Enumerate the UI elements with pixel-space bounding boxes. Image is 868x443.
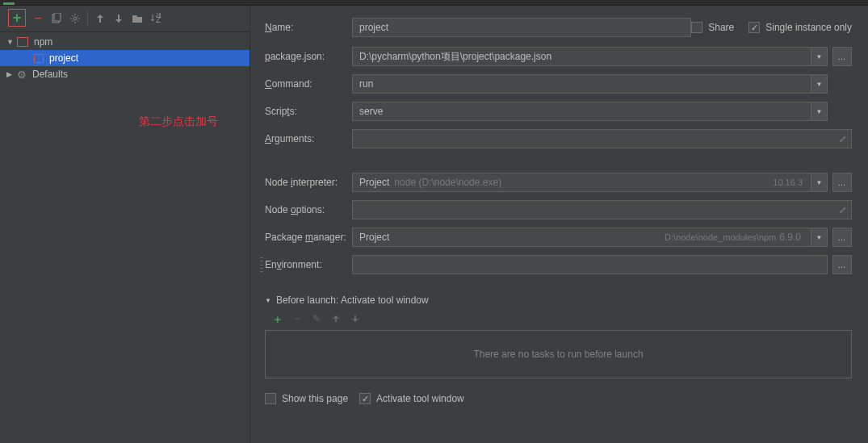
drag-handle-icon[interactable]	[260, 257, 263, 272]
tree-node-npm[interactable]: ▼ npm	[0, 34, 249, 50]
add-config-button[interactable]: +	[8, 9, 26, 27]
show-page-label: Show this page	[282, 393, 348, 404]
copy-config-button[interactable]	[50, 12, 63, 25]
browse-button[interactable]: …	[832, 47, 852, 66]
activate-label: Activate tool window	[376, 393, 464, 404]
chevron-down-icon: ▼	[811, 173, 827, 191]
expand-icon[interactable]: ⤢	[839, 134, 846, 144]
before-launch-title: Before launch: Activate tool window	[276, 295, 429, 306]
expand-icon[interactable]: ⤢	[839, 205, 846, 215]
row-node-interpreter: Node interpreter: Project node (D:\node\…	[265, 173, 852, 192]
task-list-empty: There are no tasks to run before launch	[265, 330, 852, 378]
tree-node-defaults[interactable]: ▶ ⚙ Defaults	[0, 66, 249, 82]
before-launch-toolbar: + − ✎	[265, 312, 852, 325]
single-instance-checkbox[interactable]	[748, 22, 760, 33]
command-label: Command:	[265, 78, 352, 90]
svg-text:z: z	[156, 14, 161, 24]
combo-value: D:\pycharm\python项目\project\package.json	[359, 50, 551, 64]
row-command: Command: run ▼	[265, 74, 852, 94]
before-launch-footer: Show this page Activate tool window	[265, 393, 852, 404]
sort-button[interactable]: az	[149, 12, 162, 25]
toolbar-separator	[87, 11, 88, 26]
chevron-down-icon: ▼	[811, 102, 827, 120]
node-interpreter-label: Node interpreter:	[265, 177, 352, 188]
config-form: Name: Share Single instance only package…	[250, 6, 868, 443]
name-label: Name:	[265, 22, 352, 33]
node-options-label: Node options:	[265, 204, 352, 215]
share-checkbox[interactable]	[691, 22, 702, 33]
combo-value: serve	[359, 106, 383, 117]
node-interpreter-combo[interactable]: Project node (D:\node\node.exe) 10.16.3 …	[352, 173, 828, 192]
interpreter-version: 10.16.3	[773, 178, 803, 187]
interpreter-hint: node (D:\node\node.exe)	[394, 177, 501, 188]
share-label: Share	[708, 22, 734, 33]
share-checkbox-row[interactable]: Share	[691, 22, 734, 33]
scripts-combo[interactable]: serve ▼	[352, 102, 828, 121]
header-options: Share Single instance only	[691, 22, 852, 33]
collapse-arrow-icon: ▼	[265, 297, 271, 304]
svg-rect-1	[54, 13, 61, 21]
folder-button[interactable]	[131, 12, 144, 25]
package-json-label: package.json:	[265, 51, 352, 62]
activate-checkbox-row[interactable]: Activate tool window	[359, 393, 464, 404]
activate-checkbox[interactable]	[359, 393, 371, 404]
chevron-down-icon: ▼	[811, 75, 827, 93]
single-instance-label: Single instance only	[765, 22, 852, 33]
row-package-json: package.json: D:\pycharm\python项目\projec…	[265, 47, 852, 66]
tab-active-indicator	[3, 2, 15, 5]
expand-arrow-icon: ▶	[6, 70, 15, 78]
tree-label: project	[49, 52, 78, 64]
move-down-button[interactable]	[112, 12, 125, 25]
browse-button[interactable]: …	[832, 255, 852, 274]
row-package-manager: Package manager: Project D:\node\node_mo…	[265, 228, 852, 247]
row-environment: Environment: …	[265, 255, 852, 274]
tree-node-project[interactable]: project	[0, 50, 249, 66]
package-manager-label: Package manager:	[265, 232, 352, 243]
package-manager-combo[interactable]: Project D:\node\node_modules\npm 6.9.0 ▼	[352, 228, 828, 247]
move-up-button[interactable]	[94, 12, 107, 25]
npm-icon	[34, 54, 44, 63]
browse-button[interactable]: …	[832, 173, 852, 192]
pm-hint: D:\node\node_modules\npm	[665, 232, 776, 242]
browse-button[interactable]: …	[832, 228, 852, 247]
environment-input[interactable]	[352, 255, 828, 274]
move-task-down-button[interactable]	[349, 312, 362, 325]
empty-text: There are no tasks to run before launch	[473, 349, 643, 360]
sidebar-toolbar: + − az	[0, 6, 249, 32]
arguments-label: Arguments:	[265, 133, 352, 144]
package-json-combo[interactable]: D:\pycharm\python项目\project\package.json…	[352, 47, 828, 66]
expand-arrow-icon: ▼	[6, 38, 15, 46]
before-launch-header[interactable]: ▼ Before launch: Activate tool window	[265, 295, 852, 306]
remove-config-button[interactable]: −	[31, 12, 44, 25]
settings-button[interactable]	[69, 12, 82, 25]
single-instance-checkbox-row[interactable]: Single instance only	[748, 22, 852, 33]
show-page-checkbox-row[interactable]: Show this page	[265, 393, 348, 404]
chevron-down-icon: ▼	[811, 48, 827, 65]
name-input[interactable]	[352, 18, 691, 37]
show-page-checkbox[interactable]	[265, 393, 276, 404]
remove-task-button[interactable]: −	[291, 312, 304, 325]
main-container: + − az ▼	[0, 6, 868, 443]
move-task-up-button[interactable]	[329, 312, 342, 325]
arguments-input[interactable]: ⤢	[352, 129, 852, 148]
row-node-options: Node options: ⤢	[265, 200, 852, 219]
row-name: Name: Share Single instance only	[265, 18, 852, 37]
row-scripts: Scripts: serve ▼	[265, 102, 852, 121]
combo-value: Project	[359, 232, 389, 243]
add-task-button[interactable]: +	[271, 312, 284, 325]
node-options-input[interactable]: ⤢	[352, 200, 852, 219]
environment-label: Environment:	[265, 259, 352, 270]
window-top-bar	[0, 0, 868, 6]
command-combo[interactable]: run ▼	[352, 74, 828, 94]
gear-icon: ⚙	[17, 69, 27, 81]
config-tree: ▼ npm project ▶ ⚙ Defaults	[0, 32, 249, 82]
scripts-label: Scripts:	[265, 106, 352, 117]
pm-version: 6.9.0	[779, 232, 801, 243]
sidebar: + − az ▼	[0, 6, 250, 443]
npm-icon	[17, 37, 28, 47]
edit-task-button[interactable]: ✎	[310, 312, 323, 325]
chevron-down-icon: ▼	[811, 228, 827, 246]
before-launch-section: ▼ Before launch: Activate tool window + …	[265, 295, 852, 404]
annotation-text: 第二步点击加号	[139, 115, 218, 129]
svg-point-2	[73, 17, 77, 20]
